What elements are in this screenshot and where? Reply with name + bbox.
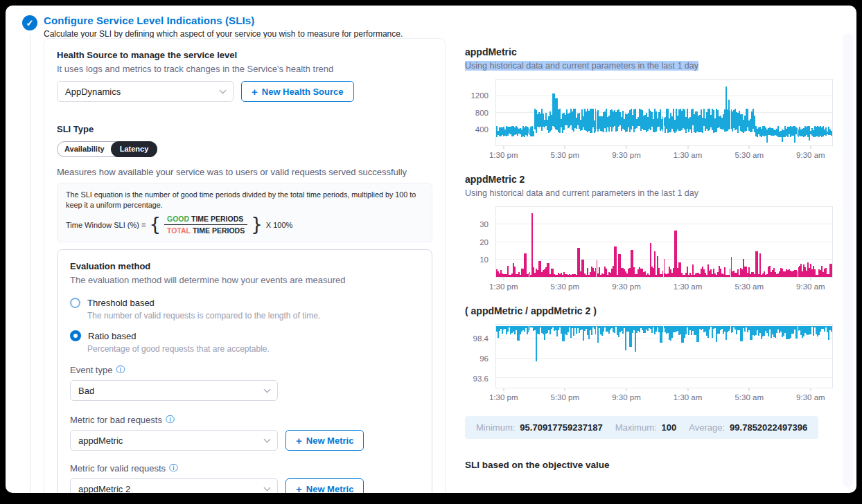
new-metric-valid-label: New Metric xyxy=(306,484,354,493)
metric-valid-label: Metric for valid requests ⓘ xyxy=(70,463,419,474)
health-source-select[interactable]: AppDynamics xyxy=(57,81,234,102)
stat-minimum-label: Minimum: xyxy=(476,422,515,433)
ratio-based-description: Percentage of good requests that are acc… xyxy=(87,344,419,354)
health-source-label: Health Source to manage the service leve… xyxy=(57,50,432,60)
sli-form-card: Health Source to manage the service leve… xyxy=(44,38,446,493)
sli-type-availability[interactable]: Availability xyxy=(58,143,112,156)
sli-type-description: Measures how available your service was … xyxy=(57,167,432,177)
evaluation-method-label: Evaluation method xyxy=(70,261,419,271)
stat-maximum: Maximum: 100 xyxy=(615,422,677,433)
evaluation-method-box: Evaluation method The evaluation method … xyxy=(57,249,432,493)
chevron-down-icon xyxy=(264,386,271,393)
sli-type-label: SLI Type xyxy=(57,124,432,134)
metric-bad-row: appdMetric + New Metric xyxy=(70,430,419,451)
event-type-value: Bad xyxy=(78,386,94,396)
metric-valid-value: appdMetric 2 xyxy=(78,484,130,493)
event-type-select[interactable]: Bad xyxy=(70,380,278,401)
plus-icon: + xyxy=(296,484,302,493)
denominator-rest: TIME PERIODS xyxy=(191,226,245,235)
sli-equation-box: The SLI equation is the number of good t… xyxy=(57,183,432,242)
health-source-row: AppDynamics + New Health Source xyxy=(57,81,432,102)
new-metric-bad-label: New Metric xyxy=(306,435,354,446)
metric-valid-row: appdMetric 2 + New Metric xyxy=(70,478,419,493)
y-axis-labels: 4008001200 xyxy=(465,79,495,146)
metric-valid-select[interactable]: appdMetric 2 xyxy=(70,478,278,493)
event-type-label-text: Event type xyxy=(70,365,112,375)
info-icon[interactable]: ⓘ xyxy=(116,366,125,375)
evaluation-method-description: The evaluation method will determine how… xyxy=(70,275,419,285)
section-header: ✓ Configure Service Level Indications (S… xyxy=(6,6,856,39)
plot-area[interactable] xyxy=(495,324,833,388)
x-axis-labels: 1:30 pm5:30 pm9:30 pm1:30 am5:30 am9:30 … xyxy=(495,278,833,296)
plot-wrap: 1:30 pm5:30 pm9:30 pm1:30 am5:30 am9:30 … xyxy=(495,79,833,164)
chart-appdmetric: appdMetric Using historical data and cur… xyxy=(465,46,833,164)
stat-minimum: Minimum: 95.70917759237187 xyxy=(476,422,603,433)
radio-unselected-icon xyxy=(70,298,80,308)
formula-numerator: GOOD TIME PERIODS xyxy=(164,215,247,225)
scrollbar[interactable] xyxy=(843,33,853,487)
chart-subtitle: Using historical data and current parame… xyxy=(465,188,698,198)
radio-ratio-based[interactable]: Ratio based xyxy=(70,330,419,341)
brace-close: } xyxy=(251,217,263,233)
page-subtitle: Calculate your SLI by defining which asp… xyxy=(44,29,403,39)
check-circle-icon: ✓ xyxy=(22,15,37,30)
formula-denominator: TOTAL TIME PERIODS xyxy=(164,225,247,235)
health-source-value: AppDynamics xyxy=(65,87,121,97)
sli-config-screen: ✓ Configure Service Level Indications (S… xyxy=(6,6,856,493)
chart-title: appdMetric 2 xyxy=(465,174,833,185)
chevron-down-icon xyxy=(220,87,227,93)
new-metric-bad-button[interactable]: + New Metric xyxy=(285,430,364,451)
event-type-label: Event type ⓘ xyxy=(70,365,419,375)
chevron-down-icon xyxy=(264,484,271,491)
metric-bad-select[interactable]: appdMetric xyxy=(70,430,278,451)
chart-title: ( appdMetric / appdMetric 2 ) xyxy=(465,305,833,316)
radio-threshold-based[interactable]: Threshold based xyxy=(70,298,419,308)
chart-row: 102030 1:30 pm5:30 pm9:30 pm1:30 am5:30 … xyxy=(465,206,833,296)
chart-ratio: ( appdMetric / appdMetric 2 ) 93.69698.4… xyxy=(465,305,833,406)
stat-average: Average: 99.7852022497396 xyxy=(689,422,807,433)
charts-panel: appdMetric Using historical data and cur… xyxy=(465,38,850,493)
ratio-based-label: Ratio based xyxy=(88,331,136,341)
chevron-down-icon xyxy=(264,435,271,442)
plot-area[interactable] xyxy=(495,79,833,146)
stat-average-value: 99.7852022497396 xyxy=(730,422,807,433)
formula-suffix: X 100% xyxy=(266,221,293,229)
stat-maximum-label: Maximum: xyxy=(615,422,657,433)
stat-maximum-value: 100 xyxy=(662,422,677,433)
sli-type-latency[interactable]: Latency xyxy=(111,141,158,157)
page-title: Configure Service Level Indications (SLI… xyxy=(44,15,403,26)
threshold-based-description: The number of valid requests is compared… xyxy=(87,311,419,321)
new-health-source-button[interactable]: + New Health Source xyxy=(241,81,354,102)
content-area: Health Source to manage the service leve… xyxy=(44,38,850,493)
metric-valid-label-text: Metric for valid requests xyxy=(70,463,166,474)
chart-row: 93.69698.4 1:30 pm5:30 pm9:30 pm1:30 am5… xyxy=(465,324,833,406)
chart-appdmetric-2: appdMetric 2 Using historical data and c… xyxy=(465,174,833,296)
metric-bad-value: appdMetric xyxy=(78,435,123,446)
good-text: GOOD xyxy=(167,215,189,223)
chart-title: appdMetric xyxy=(465,46,833,57)
y-axis-labels: 93.69698.4 xyxy=(465,324,495,388)
info-icon[interactable]: ⓘ xyxy=(169,464,178,473)
new-metric-valid-button[interactable]: + New Metric xyxy=(285,478,364,493)
plot-area[interactable] xyxy=(495,206,833,278)
health-source-description: It uses logs and metrics to track change… xyxy=(57,64,432,74)
chart-row: 4008001200 1:30 pm5:30 pm9:30 pm1:30 am5… xyxy=(465,79,833,164)
new-health-source-label: New Health Source xyxy=(262,87,344,97)
header-text: Configure Service Level Indications (SLI… xyxy=(44,15,403,39)
metric-bad-label-text: Metric for bad requests xyxy=(70,415,162,425)
formula-prefix: Time Window SLI (%) = xyxy=(66,221,146,229)
total-text: TOTAL xyxy=(167,226,191,235)
x-axis-labels: 1:30 pm5:30 pm9:30 pm1:30 am5:30 am9:30 … xyxy=(495,388,833,406)
stat-minimum-value: 95.70917759237187 xyxy=(520,422,602,433)
sli-formula: Time Window SLI (%) = { GOOD TIME PERIOD… xyxy=(66,215,423,235)
threshold-based-label: Threshold based xyxy=(87,298,155,308)
numerator-rest: TIME PERIODS xyxy=(189,215,243,223)
sli-equation-text: The SLI equation is the number of good t… xyxy=(66,190,423,210)
y-axis-labels: 102030 xyxy=(465,206,495,278)
formula-fraction: GOOD TIME PERIODS TOTAL TIME PERIODS xyxy=(164,215,247,235)
sli-type-toggle: Availability Latency xyxy=(57,141,157,157)
info-icon[interactable]: ⓘ xyxy=(166,415,175,424)
stat-average-label: Average: xyxy=(689,422,725,433)
plus-icon: + xyxy=(296,435,302,446)
sli-objective-heading: SLI based on the objective value xyxy=(465,460,833,470)
